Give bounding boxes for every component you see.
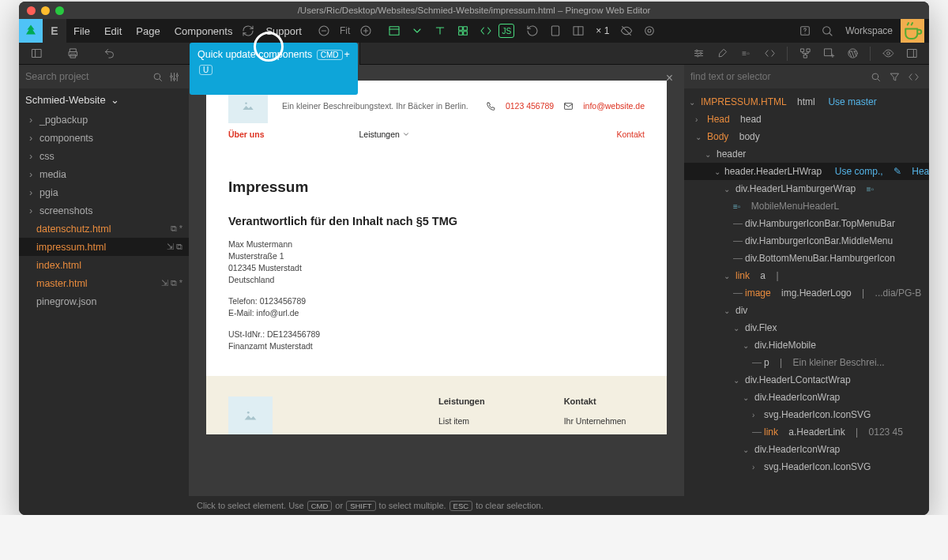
spacing-icon[interactable]: ≡▫: [736, 44, 755, 63]
tree-bar3[interactable]: —div.BottomMenuBar.HamburgerIcon: [684, 250, 929, 267]
nav-services[interactable]: Leistungen: [359, 130, 410, 139]
reload-icon[interactable]: [522, 21, 543, 41]
svg-point-28: [171, 75, 173, 77]
file-datenschutz[interactable]: datenschutz.html⧉*: [19, 220, 189, 238]
tree-headerlink[interactable]: —link a.HeaderLink | 0123 45: [684, 423, 929, 441]
mode-button[interactable]: E: [43, 19, 66, 43]
tree-hamburgerwrap[interactable]: ⌄div.HeaderLHamburgerWrap ≡▫: [684, 180, 929, 197]
tree-p[interactable]: —p | Ein kleiner Beschrei...: [684, 354, 929, 371]
tree-svg1[interactable]: ›svg.HeaderIcon.IconSVG: [684, 406, 929, 423]
tree-header[interactable]: ⌄header: [684, 145, 929, 163]
js-icon[interactable]: JS: [498, 24, 514, 38]
tree-hidemobile[interactable]: ⌄div.HideMobile: [684, 336, 929, 354]
folder-screenshots[interactable]: ›screenshots: [19, 201, 189, 220]
brush-icon[interactable]: [713, 44, 732, 63]
tree-body[interactable]: ⌄Body body: [684, 128, 929, 145]
workspace-label[interactable]: Workspace: [839, 25, 899, 36]
tree-link[interactable]: ⌄link a |: [684, 267, 929, 284]
target-icon[interactable]: [639, 21, 660, 41]
phone-link[interactable]: 0123 456789: [506, 101, 554, 111]
menu-components[interactable]: Components: [167, 19, 240, 43]
nav-about[interactable]: Über uns: [228, 130, 265, 139]
traffic-lights: [27, 6, 64, 15]
tree-icon[interactable]: [796, 44, 814, 63]
zoom-out-icon[interactable]: [314, 21, 334, 41]
tree-search-input[interactable]: [690, 71, 866, 82]
device-icon[interactable]: [545, 21, 566, 41]
visibility-icon[interactable]: [616, 21, 637, 41]
tree-bar2[interactable]: —div.HamburgerIconBar.MiddleMenu: [684, 232, 929, 250]
code-icon[interactable]: [904, 67, 923, 86]
nav-contact[interactable]: Kontakt: [616, 130, 645, 139]
address-block: Max Mustermann Musterstraße 1 012345 Mus…: [228, 239, 645, 286]
menu-edit[interactable]: Edit: [97, 19, 129, 43]
search-icon[interactable]: [817, 21, 837, 41]
tree-headerlh[interactable]: ⌄header.HeaderLHWrap Use comp., ✎ Hea: [684, 163, 929, 180]
print-icon[interactable]: [63, 44, 82, 63]
css-grid-icon[interactable]: [453, 21, 473, 41]
svg-rect-20: [800, 49, 803, 52]
window-title: /Users/Ric/Desktop/Websites/Schmied-Webs…: [19, 6, 929, 15]
help-icon[interactable]: [795, 21, 815, 41]
folder-pgbackup[interactable]: ›_pgbackup: [19, 111, 189, 129]
tree-mobilemenu[interactable]: ≡▫ MobileMenuHeaderL: [684, 197, 929, 215]
search-icon[interactable]: [149, 67, 166, 86]
file-pinegrow-json[interactable]: pinegrow.json: [19, 292, 189, 310]
sliders-icon[interactable]: [689, 44, 708, 63]
svg-point-9: [645, 27, 654, 36]
svg-point-31: [245, 102, 247, 104]
tree-contactwrap[interactable]: ⌄div.HeaderLContactWrap: [684, 371, 929, 389]
tree-head[interactable]: ›Head head: [684, 111, 929, 128]
filter-icon[interactable]: [885, 67, 904, 86]
close-preview-icon[interactable]: ×: [666, 71, 673, 85]
tree-image[interactable]: —image img.HeaderLogo | ...dia/PG-B: [684, 284, 929, 302]
folder-media[interactable]: ›media: [19, 165, 189, 183]
code-icon[interactable]: [476, 21, 496, 41]
tree-iconwrap2[interactable]: ⌄div.HeaderIconWrap: [684, 441, 929, 458]
project-name[interactable]: Schmied-Website⌄: [19, 88, 189, 111]
ust-block: USt-IdNr.: DE123456789 Finanzamt Musters…: [228, 329, 645, 352]
columns-icon[interactable]: [568, 21, 589, 41]
text-tool-icon[interactable]: [430, 21, 450, 41]
search-icon[interactable]: [866, 67, 885, 86]
zoom-in-icon[interactable]: [356, 21, 376, 41]
filter-icon[interactable]: [166, 67, 182, 86]
chevron-down-icon[interactable]: [407, 21, 427, 41]
menu-file[interactable]: File: [66, 19, 97, 43]
menu-page[interactable]: Page: [129, 19, 167, 43]
svg-point-10: [648, 29, 651, 32]
folder-pgia[interactable]: ›pgia: [19, 183, 189, 201]
tree-root[interactable]: ⌄IMPRESSUM.HTML html Use master: [684, 93, 929, 111]
view-tools: JS: [384, 21, 514, 41]
close-window[interactable]: [27, 6, 36, 15]
page-preview[interactable]: Ein kleiner Beschreibungstext. Ihr Bäcke…: [206, 81, 667, 434]
minimize-window[interactable]: [41, 6, 50, 15]
file-index[interactable]: index.html: [19, 256, 189, 274]
folder-css[interactable]: ›css: [19, 147, 189, 165]
pinegrow-logo[interactable]: [19, 19, 43, 43]
email-link[interactable]: info@website.de: [583, 101, 645, 111]
file-impressum[interactable]: impressum.html⇲⧉: [19, 238, 189, 256]
panel-right-icon[interactable]: [902, 44, 921, 63]
svg-point-19: [697, 54, 699, 57]
code-panel-icon[interactable]: [760, 44, 779, 63]
fit-label[interactable]: Fit: [337, 25, 353, 36]
coffee-icon[interactable]: [901, 19, 924, 43]
panel-toggle-icon[interactable]: [27, 44, 46, 63]
eye-icon[interactable]: [878, 44, 897, 63]
file-master[interactable]: master.html⇲⧉*: [19, 274, 189, 292]
tree-flex[interactable]: ⌄div.Flex: [684, 319, 929, 336]
zoom-level[interactable]: × 1: [591, 25, 614, 36]
layout-icon[interactable]: [384, 21, 404, 41]
wordpress-icon[interactable]: [843, 44, 862, 63]
tree-div[interactable]: ⌄div: [684, 302, 929, 319]
undo-icon[interactable]: [100, 44, 118, 63]
tree-iconwrap[interactable]: ⌄div.HeaderIconWrap: [684, 389, 929, 406]
add-block-icon[interactable]: [819, 44, 838, 63]
tree-bar1[interactable]: —div.HamburgerIconBar.TopMenuBar: [684, 215, 929, 232]
tree-svg2[interactable]: ›svg.HeaderIcon.IconSVG: [684, 458, 929, 475]
svg-rect-7: [552, 26, 559, 36]
folder-components[interactable]: ›components: [19, 129, 189, 147]
maximize-window[interactable]: [55, 6, 64, 15]
search-input[interactable]: [25, 71, 149, 82]
